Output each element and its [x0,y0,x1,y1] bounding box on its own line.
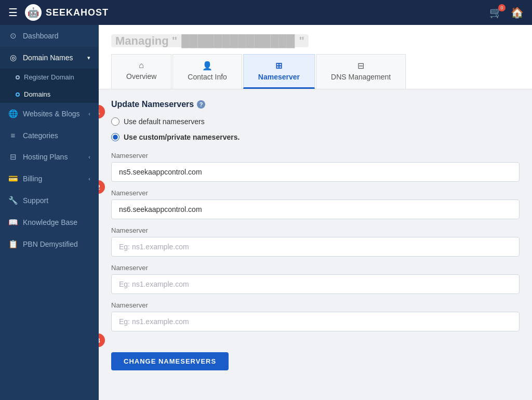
sidebar-label-websites: Websites & Blogs [23,110,79,118]
annotation-2-number: 2 [99,183,100,191]
sidebar: ⊙ Dashboard ◎ Domain Names ▾ Register Do… [0,25,99,400]
main-layout: ⊙ Dashboard ◎ Domain Names ▾ Register Do… [0,25,532,400]
home-icon[interactable]: 🏠 [511,6,524,19]
tab-bar: ⌂ Overview 👤 Contact Info ⊞ Nameserver ⊟… [111,54,520,89]
overview-tab-icon: ⌂ [139,61,144,70]
tab-nameserver[interactable]: ⊞ Nameserver [243,54,315,89]
sidebar-item-knowledge-base[interactable]: 📖 Knowledge Base [0,211,99,233]
sidebar-label-dashboard: Dashboard [23,32,59,40]
sidebar-label-domains: Domains [24,90,50,98]
main-content: Managing "██████████████" ⌂ Overview 👤 C… [99,25,532,400]
billing-arrow-icon: ‹ [88,176,90,182]
topbar: ☰ 🤖 SEEKAHOST 🛒 0 🏠 [0,0,532,25]
sidebar-item-billing[interactable]: 💳 Billing ‹ [0,168,99,190]
hosting-arrow-icon: ‹ [88,154,90,160]
sidebar-item-categories[interactable]: ≡ Categories [0,125,99,146]
contact-tab-icon: 👤 [202,61,212,71]
dns-tab-icon: ⊟ [357,61,364,71]
domain-icon: ◎ [8,53,18,62]
radio-group: Use default nameservers Use custom/priva… [111,117,520,141]
nameserver-form: Nameserver Nameserver Nameserver Nameser… [111,152,520,370]
ns-input-4[interactable] [111,274,520,294]
page-title-text: Managing "██████████████" [111,34,309,47]
button-area: CHANGE NAMESERVERS [111,347,520,370]
ns-input-2[interactable] [111,199,520,219]
content-body: 1 2 3 Update Nameservers ? Use default n… [99,89,532,381]
register-dot-icon [16,75,20,79]
ns-label-3: Nameserver [111,226,520,234]
ns-group-1: Nameserver [111,152,520,182]
hosting-icon: ⊟ [8,152,18,162]
radio-default-ns-input[interactable] [111,117,119,126]
tab-nameserver-label: Nameserver [258,73,300,81]
sidebar-item-support[interactable]: 🔧 Support [0,190,99,211]
sidebar-label-support: Support [23,196,48,205]
annotation-3-number: 3 [99,337,100,344]
billing-icon: 💳 [8,174,18,183]
sidebar-label-categories: Categories [23,131,58,140]
sidebar-item-domains[interactable]: Domains [0,86,99,103]
ns-group-4: Nameserver [111,264,520,294]
annotation-1-number: 1 [99,108,100,116]
support-icon: 🔧 [8,196,18,205]
logo-area: 🤖 SEEKAHOST [25,4,109,21]
sidebar-item-domain-names[interactable]: ◎ Domain Names ▾ [0,47,99,69]
tab-dns-management[interactable]: ⊟ DNS Management [316,54,406,89]
topbar-right: 🛒 0 🏠 [489,6,524,19]
sidebar-item-pbn[interactable]: 📋 PBN Demystified [0,233,99,255]
radio-custom-ns-input[interactable] [111,133,119,141]
section-title: Update Nameservers ? [111,100,520,109]
redacted-domain: ██████████████ [177,34,299,47]
dashboard-icon: ⊙ [8,31,18,41]
annotation-3: 3 [99,334,105,347]
cart-icon[interactable]: 🛒 0 [489,6,502,19]
section-title-text: Update Nameservers [111,100,194,109]
ns-group-2: Nameserver [111,189,520,219]
radio-custom-ns[interactable]: Use custom/private nameservers. [111,133,520,141]
knowledge-icon: 📖 [8,218,18,227]
sidebar-label-billing: Billing [23,175,42,183]
sidebar-label-pbn: PBN Demystified [23,240,78,248]
annotation-1: 1 [99,105,105,118]
ns-label-1: Nameserver [111,152,520,159]
tab-contact-info[interactable]: 👤 Contact Info [172,54,242,89]
sidebar-item-register-domain[interactable]: Register Domain [0,69,99,86]
tab-contact-label: Contact Info [188,73,227,81]
ns-label-5: Nameserver [111,301,520,309]
page-header: Managing "██████████████" ⌂ Overview 👤 C… [99,25,532,89]
cart-badge: 0 [498,4,506,11]
logo-icon: 🤖 [25,4,42,21]
nameserver-tab-icon: ⊞ [275,61,282,71]
pbn-icon: 📋 [8,239,18,249]
ns-input-5[interactable] [111,312,520,331]
topbar-left: ☰ 🤖 SEEKAHOST [8,4,109,21]
change-nameservers-button[interactable]: CHANGE NAMESERVERS [111,352,229,370]
sidebar-label-knowledge: Knowledge Base [23,218,77,226]
ns-group-3: Nameserver [111,226,520,257]
tab-overview[interactable]: ⌂ Overview [111,54,171,89]
logo-text: SEEKAHOST [46,7,109,18]
sidebar-item-hosting-plans[interactable]: ⊟ Hosting Plans ‹ [0,146,99,168]
radio-custom-ns-label: Use custom/private nameservers. [124,133,240,141]
hamburger-icon[interactable]: ☰ [8,6,18,19]
domain-arrow-icon: ▾ [87,55,90,61]
ns-input-1[interactable] [111,162,520,182]
sidebar-item-dashboard[interactable]: ⊙ Dashboard [0,25,99,47]
tab-overview-label: Overview [126,72,156,81]
tab-dns-label: DNS Management [331,73,391,81]
sidebar-item-websites-blogs[interactable]: 🌐 Websites & Blogs ‹ [0,103,99,125]
websites-arrow-icon: ‹ [88,111,90,117]
ns-input-3[interactable] [111,237,520,257]
help-icon[interactable]: ? [197,100,205,109]
radio-default-ns-label: Use default nameservers [124,117,205,126]
sidebar-label-register-domain: Register Domain [24,73,74,81]
ns-label-2: Nameserver [111,189,520,197]
categories-icon: ≡ [8,131,18,140]
page-title: Managing "██████████████" [111,34,520,48]
ns-group-5: Nameserver [111,301,520,331]
sidebar-label-hosting: Hosting Plans [23,153,68,161]
annotation-2: 2 [99,180,105,194]
sidebar-label-domain-names: Domain Names [23,54,73,62]
ns-label-4: Nameserver [111,264,520,272]
radio-default-ns[interactable]: Use default nameservers [111,117,520,126]
